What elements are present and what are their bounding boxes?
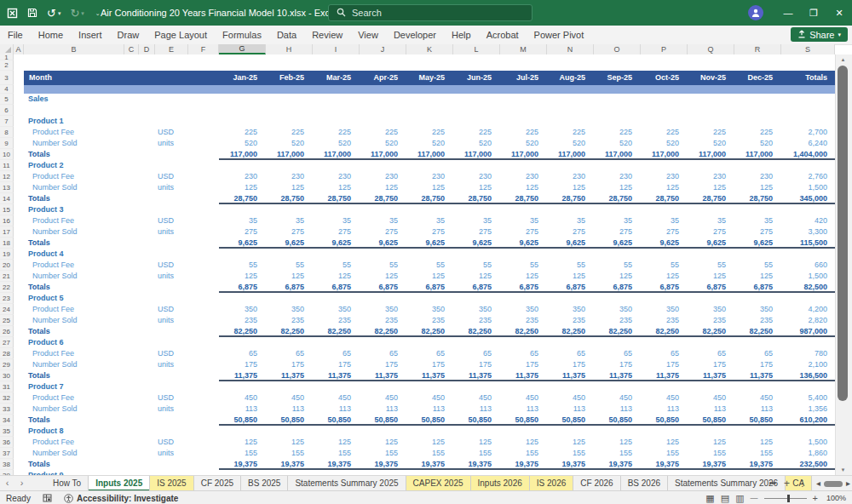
cell[interactable]: 6,875: [594, 282, 641, 293]
cell[interactable]: 175: [594, 359, 641, 370]
cell[interactable]: 1,500: [781, 437, 835, 448]
save-icon[interactable]: [27, 8, 37, 18]
cell[interactable]: 350: [219, 304, 266, 315]
zoom-slider-handle[interactable]: [787, 495, 790, 502]
cell[interactable]: 520: [219, 138, 266, 149]
cell[interactable]: 450: [406, 392, 453, 404]
row-header-3[interactable]: 3: [0, 71, 14, 85]
row-header-5[interactable]: 5: [0, 94, 14, 105]
page-layout-view-icon[interactable]: ▤: [721, 491, 729, 504]
cell[interactable]: 225: [500, 127, 547, 138]
cell-sold-label[interactable]: Number Sold: [24, 448, 124, 459]
cell[interactable]: 520: [313, 138, 360, 149]
customize-qat-button[interactable]: ⌄: [94, 10, 101, 16]
ribbon-tab-file[interactable]: File: [0, 26, 31, 44]
cell[interactable]: 350: [313, 304, 360, 315]
cell-month[interactable]: May-25: [406, 71, 453, 85]
cell[interactable]: 6,875: [313, 282, 360, 293]
cell[interactable]: 113: [313, 404, 360, 415]
cell[interactable]: 9,625: [219, 238, 266, 249]
cell[interactable]: 65: [219, 348, 266, 359]
cell[interactable]: 155: [219, 448, 266, 459]
cell[interactable]: 350: [594, 304, 641, 315]
cell[interactable]: 11,375: [594, 370, 641, 381]
cell-totals-label[interactable]: Totals: [24, 149, 124, 160]
sheet-tab-bs-2026[interactable]: BS 2026: [621, 476, 668, 491]
cell[interactable]: 155: [641, 448, 688, 459]
cell[interactable]: 55: [641, 260, 688, 271]
cell[interactable]: 520: [688, 138, 734, 149]
cell-totals-label[interactable]: Totals: [24, 459, 124, 470]
cell[interactable]: 6,875: [547, 282, 594, 293]
cell[interactable]: 117,000: [219, 149, 266, 160]
cell[interactable]: 113: [734, 404, 781, 415]
cell[interactable]: 50,850: [313, 415, 360, 426]
row-header-33[interactable]: 33: [0, 404, 14, 415]
row-header-36[interactable]: 36: [0, 437, 14, 448]
cell[interactable]: 520: [266, 138, 313, 149]
cell[interactable]: 175: [219, 359, 266, 370]
row-header-15[interactable]: 15: [0, 204, 14, 215]
column-header-H[interactable]: H: [266, 44, 313, 54]
cell[interactable]: 19,375: [547, 459, 594, 470]
cell[interactable]: 55: [500, 260, 547, 271]
cell[interactable]: 55: [360, 260, 406, 271]
sheet-tab-is-2026[interactable]: IS 2026: [530, 476, 573, 491]
column-header-A[interactable]: A: [14, 44, 24, 54]
column-header-I[interactable]: I: [313, 44, 360, 54]
sheet-tab-inputs-2026[interactable]: Inputs 2026: [471, 476, 530, 491]
cell[interactable]: 11,375: [641, 370, 688, 381]
ribbon-tab-power-pivot[interactable]: Power Pivot: [527, 26, 592, 44]
cell[interactable]: 35: [734, 215, 781, 226]
row-header-37[interactable]: 37: [0, 448, 14, 459]
cell-sold-unit[interactable]: units: [155, 448, 188, 459]
cell[interactable]: 9,625: [453, 238, 500, 249]
zoom-level[interactable]: 100%: [824, 494, 846, 502]
cell[interactable]: 9,625: [594, 238, 641, 249]
cell[interactable]: 520: [594, 138, 641, 149]
cell[interactable]: 82,250: [734, 326, 781, 337]
cell[interactable]: 350: [500, 304, 547, 315]
cell[interactable]: 275: [547, 226, 594, 238]
cell-sold-unit[interactable]: units: [155, 226, 188, 238]
cell-fee-label[interactable]: Product Fee: [24, 260, 124, 271]
ribbon-tab-page-layout[interactable]: Page Layout: [147, 26, 215, 44]
cell[interactable]: 9,625: [688, 238, 734, 249]
cell[interactable]: 125: [547, 437, 594, 448]
cell[interactable]: 155: [594, 448, 641, 459]
cell[interactable]: 230: [406, 171, 453, 182]
cell[interactable]: 113: [453, 404, 500, 415]
cell[interactable]: 6,240: [781, 138, 835, 149]
cell[interactable]: 117,000: [313, 149, 360, 160]
row-header-16[interactable]: 16: [0, 215, 14, 226]
row-header-20[interactable]: 20: [0, 260, 14, 271]
cell[interactable]: 82,250: [641, 326, 688, 337]
ribbon-tab-help[interactable]: Help: [444, 26, 479, 44]
close-button[interactable]: ✕: [826, 0, 852, 26]
cell[interactable]: 2,760: [781, 171, 835, 182]
cell[interactable]: 11,375: [360, 370, 406, 381]
cell[interactable]: 125: [734, 437, 781, 448]
row-header-14[interactable]: 14: [0, 193, 14, 204]
cell[interactable]: 113: [594, 404, 641, 415]
cell[interactable]: 125: [453, 182, 500, 193]
cell-fee-unit[interactable]: USD: [155, 171, 188, 182]
cell[interactable]: 117,000: [734, 149, 781, 160]
ribbon-tab-view[interactable]: View: [350, 26, 386, 44]
cell[interactable]: 28,750: [453, 193, 500, 204]
cell[interactable]: 175: [360, 359, 406, 370]
cell[interactable]: 55: [266, 260, 313, 271]
cell[interactable]: 11,375: [500, 370, 547, 381]
cell[interactable]: 350: [266, 304, 313, 315]
cell[interactable]: 82,250: [313, 326, 360, 337]
row-header-8[interactable]: 8: [0, 127, 14, 138]
row-header-30[interactable]: 30: [0, 370, 14, 381]
cell[interactable]: 275: [313, 226, 360, 238]
cell[interactable]: 50,850: [594, 415, 641, 426]
accessibility-status[interactable]: Accessibility: Investigate: [58, 494, 185, 503]
cell[interactable]: 6,875: [641, 282, 688, 293]
row-header-4[interactable]: 4: [0, 85, 14, 94]
cell[interactable]: 11,375: [547, 370, 594, 381]
cell[interactable]: 113: [219, 404, 266, 415]
cell[interactable]: 230: [500, 171, 547, 182]
